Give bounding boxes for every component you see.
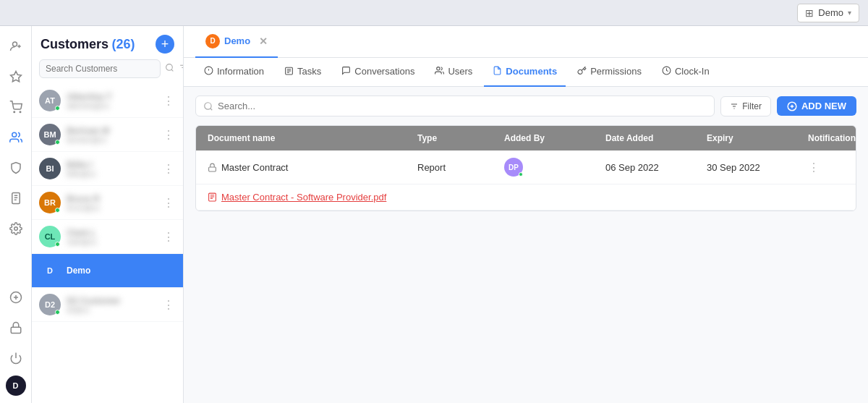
conversations-icon (341, 66, 351, 77)
table-row[interactable]: Master Contract - Software Provider.pdf (196, 184, 856, 211)
customer-item[interactable]: BM Bertram M bertram@co ⋮ (32, 118, 183, 152)
doc-name-cell: Master Contract - Software Provider.pdf (208, 192, 417, 203)
more-icon[interactable]: ⋮ (161, 161, 176, 177)
customer-item[interactable]: BR Bruce R bruce@co ⋮ (32, 186, 183, 220)
customer-info: Clark L clark@co (67, 228, 156, 246)
topbar: ⊞ Demo ▾ (0, 0, 868, 26)
search-icon[interactable] (165, 63, 174, 75)
customer-name: Demo (67, 266, 176, 276)
tab-permissions-label: Permissions (590, 66, 642, 77)
nav-users[interactable] (3, 124, 29, 150)
col-expiry: Expiry (707, 133, 808, 143)
filter-icon[interactable] (179, 63, 184, 75)
more-icon[interactable]: ⋮ (161, 297, 176, 313)
tab-label: Demo (224, 35, 250, 46)
customer-item[interactable]: CL Clark L clark@co ⋮ (32, 220, 183, 254)
permissions-icon (577, 66, 587, 77)
tab-information-label: Information (217, 66, 264, 77)
tab-close-icon[interactable]: ✕ (259, 35, 268, 47)
online-dot (55, 140, 60, 145)
customer-item[interactable]: D2 D2 Customer d2@co ⋮ (32, 288, 183, 322)
customer-name: D2 Customer (67, 296, 156, 306)
customer-sub: albertina@co (67, 102, 156, 110)
search-input[interactable] (39, 59, 161, 78)
nav-doc[interactable] (3, 185, 29, 211)
col-added-by: Added By (504, 133, 605, 143)
user-avatar-nav[interactable]: D (6, 376, 26, 396)
tab-clock-in[interactable]: Clock-In (653, 58, 718, 87)
lock-icon (208, 163, 217, 172)
nav-lock[interactable] (3, 315, 29, 341)
svg-rect-15 (11, 327, 21, 333)
doc-name-pdf[interactable]: Master Contract - Software Provider.pdf (221, 192, 386, 203)
add-new-button[interactable]: ADD NEW (777, 96, 856, 116)
avatar: BR (39, 192, 61, 213)
more-icon[interactable]: ⋮ (161, 127, 176, 143)
main-layout: D Customers (26) + (0, 26, 868, 403)
col-date-added: Date Added (605, 133, 707, 143)
tab-avatar: D (205, 34, 220, 48)
more-icon[interactable]: ⋮ (161, 93, 176, 109)
customer-info: Billie I billie@co (67, 160, 156, 178)
tab-documents[interactable]: Documents (484, 58, 566, 87)
doc-name-cell: Master Contract (208, 162, 417, 173)
tab-permissions[interactable]: Permissions (569, 58, 650, 87)
tab-users[interactable]: Users (426, 58, 481, 87)
tab-demo[interactable]: D Demo ✕ (195, 26, 278, 58)
customer-item[interactable]: AT Albertina T albertina@co ⋮ (32, 84, 183, 118)
avatar: AT (39, 90, 61, 111)
customer-sub: billie@co (67, 170, 156, 178)
row-more-icon[interactable]: ⋮ (808, 161, 820, 174)
doc-name: Master Contract (221, 162, 288, 173)
svg-point-11 (14, 227, 17, 231)
nav-shield[interactable] (3, 155, 29, 181)
tab-information[interactable]: Information (195, 58, 273, 87)
svg-point-5 (20, 111, 21, 113)
nav-power[interactable] (3, 345, 29, 371)
online-dot (55, 242, 60, 247)
left-nav: D (0, 26, 32, 403)
filter-button[interactable]: Filter (720, 96, 771, 116)
clock-in-icon (662, 66, 671, 77)
docs-search-bar[interactable] (195, 96, 715, 116)
users-tab-icon (435, 66, 444, 77)
svg-marker-3 (10, 72, 21, 82)
page-tabs: Information Tasks Conversations Users (184, 58, 868, 87)
svg-point-31 (205, 102, 211, 109)
svg-point-6 (12, 132, 16, 137)
sidebar-search-bar (32, 59, 183, 84)
col-doc-name: Document name (208, 133, 417, 143)
documents-area: Filter ADD NEW Document name Type Added … (184, 87, 868, 403)
customer-sub: d2@co (67, 306, 156, 314)
tab-tasks[interactable]: Tasks (276, 58, 330, 87)
svg-point-29 (437, 67, 440, 69)
add-customer-button[interactable]: + (156, 35, 174, 54)
nav-star[interactable] (3, 64, 29, 90)
nav-cart[interactable] (3, 94, 29, 120)
customer-item[interactable]: BI Billie I billie@co ⋮ (32, 152, 183, 186)
doc-date: 06 Sep 2022 (605, 162, 659, 173)
more-icon[interactable]: ⋮ (161, 229, 176, 245)
customer-sub: bruce@co (67, 204, 156, 212)
tasks-icon (284, 66, 294, 77)
nav-user-add[interactable] (3, 33, 29, 59)
nav-gear[interactable] (3, 216, 29, 242)
sidebar-title: Customers (41, 37, 109, 51)
table-header: Document name Type Added By Date Added E… (196, 126, 856, 150)
docs-search-input[interactable] (218, 101, 707, 111)
information-icon (204, 66, 213, 77)
tab-strip: D Demo ✕ (184, 26, 868, 58)
svg-point-4 (14, 111, 15, 113)
customer-name: Clark L (67, 228, 156, 238)
sidebar: Customers (26) + AT (32, 26, 184, 403)
table-row[interactable]: Master Contract Report DP 06 Sep 2022 (196, 150, 856, 184)
customer-list: AT Albertina T albertina@co ⋮ BM Bertram… (32, 84, 183, 403)
topbar-app-selector[interactable]: ⊞ Demo ▾ (797, 4, 859, 22)
more-icon[interactable]: ⋮ (161, 195, 176, 211)
app-name-label: Demo (818, 7, 843, 18)
doc-type: Report (417, 162, 446, 173)
nav-plus[interactable] (3, 284, 29, 310)
sidebar-header: Customers (26) + (32, 26, 183, 59)
customer-item-demo[interactable]: D Demo (32, 254, 183, 288)
tab-conversations[interactable]: Conversations (333, 58, 423, 87)
